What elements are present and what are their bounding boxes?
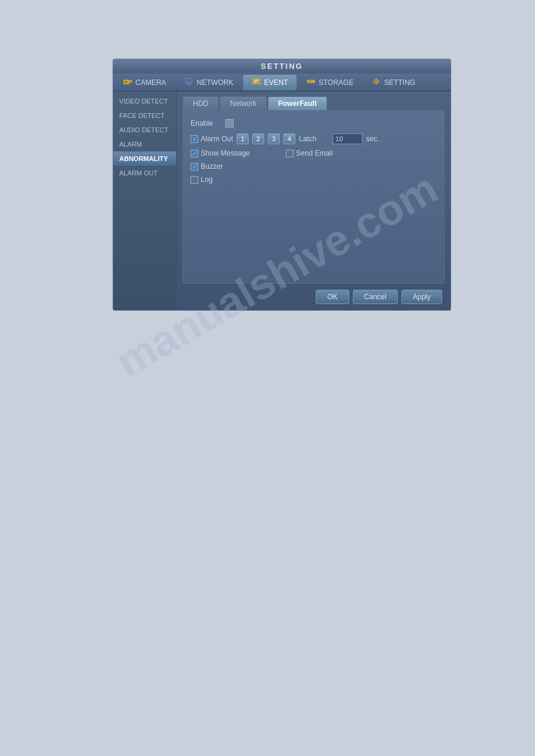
tab-event[interactable]: EVENT (243, 75, 297, 90)
network-icon (184, 78, 194, 87)
alarm-btn-4[interactable]: 4 (283, 133, 295, 144)
enable-checkbox[interactable] (225, 119, 234, 127)
tab-camera[interactable]: CAMERA (114, 75, 174, 90)
tab-network-label: NETWORK (197, 78, 233, 87)
tab-storage-label: STORAGE (319, 78, 353, 87)
sidebar-item-video-detect-label: VIDEO DETECT (119, 98, 168, 105)
log-label[interactable]: Log (191, 175, 250, 184)
buzzer-label[interactable]: Buzzer (191, 162, 250, 171)
buzzer-checkbox[interactable] (191, 163, 198, 171)
latch-input[interactable] (333, 133, 362, 144)
svg-rect-3 (186, 78, 192, 83)
setting-icon (371, 78, 381, 87)
sub-tab-content: Enable Alarm Out 1 2 (183, 110, 445, 284)
tab-storage[interactable]: STORAGE (298, 75, 362, 90)
sidebar: VIDEO DETECT FACE DETECT AUDIO DETECT AL… (113, 92, 177, 310)
buzzer-text: Buzzer (201, 162, 223, 171)
alarm-out-label: Alarm Out (201, 135, 233, 143)
dialog-titlebar: SETTING (113, 59, 451, 74)
sub-tab-powerfault[interactable]: PowerFault (268, 96, 327, 110)
alarm-btn-3[interactable]: 3 (268, 133, 280, 144)
sidebar-item-face-detect[interactable]: FACE DETECT (113, 108, 176, 123)
sub-tab-network[interactable]: Network (220, 96, 267, 110)
enable-label: Enable (191, 119, 220, 127)
show-message-label[interactable]: Show Message (191, 149, 250, 157)
enable-row: Enable (191, 119, 437, 127)
svg-point-2 (125, 81, 128, 83)
tab-event-label: EVENT (264, 78, 288, 87)
log-text: Log (201, 175, 213, 184)
alarm-out-section: Alarm Out 1 2 3 4 (191, 133, 437, 144)
apply-button[interactable]: Apply (401, 290, 442, 304)
alarm-out-checkbox[interactable] (191, 135, 198, 143)
send-email-checkbox[interactable] (286, 150, 294, 157)
sub-tab-hdd[interactable]: HDD (183, 96, 219, 110)
sub-tab-network-label: Network (230, 99, 256, 108)
checkboxes-section: Show Message Buzzer Log (191, 149, 437, 184)
sub-tabs: HDD Network PowerFault (177, 92, 451, 110)
sidebar-item-audio-detect[interactable]: AUDIO DETECT (113, 123, 176, 137)
show-message-checkbox[interactable] (191, 150, 198, 157)
sidebar-item-alarm[interactable]: ALARM (113, 137, 176, 151)
nav-tabs: CAMERA NETWORK (113, 74, 451, 92)
log-checkbox[interactable] (191, 176, 198, 184)
left-checkboxes: Show Message Buzzer Log (191, 149, 250, 184)
sidebar-item-abnormality-label: ABNORMALITY (119, 155, 168, 162)
sidebar-item-face-detect-label: FACE DETECT (119, 112, 165, 119)
panel: HDD Network PowerFault Enable (177, 92, 451, 310)
sidebar-item-video-detect[interactable]: VIDEO DETECT (113, 94, 176, 108)
svg-point-12 (376, 81, 377, 82)
tab-setting[interactable]: SETTING (363, 75, 424, 90)
sidebar-item-alarm-out[interactable]: ALARM OUT (113, 166, 176, 180)
send-email-label[interactable]: Send Email (286, 149, 333, 157)
show-message-text: Show Message (201, 149, 250, 157)
camera-icon (123, 78, 132, 87)
latch-label: Latch (299, 135, 329, 143)
dialog-body: CAMERA NETWORK (113, 74, 451, 311)
tab-camera-label: CAMERA (135, 78, 166, 87)
settings-dialog: SETTING CAMERA (113, 59, 451, 311)
right-checkboxes: Send Email (286, 149, 333, 184)
alarm-btn-1[interactable]: 1 (237, 133, 249, 144)
alarm-out-checkbox-label[interactable]: Alarm Out (191, 135, 233, 143)
sub-tab-powerfault-label: PowerFault (278, 99, 317, 108)
ok-button[interactable]: OK (316, 290, 349, 304)
sidebar-item-alarm-out-label: ALARM OUT (119, 169, 158, 177)
sidebar-item-abnormality[interactable]: ABNORMALITY (113, 151, 176, 166)
cancel-button[interactable]: Cancel (353, 290, 398, 304)
alarm-btn-2[interactable]: 2 (252, 133, 264, 144)
svg-rect-6 (252, 78, 261, 84)
sec-label: sec. (366, 135, 379, 143)
svg-marker-1 (129, 80, 132, 83)
storage-icon (306, 78, 316, 87)
sidebar-item-audio-detect-label: AUDIO DETECT (119, 126, 168, 133)
dialog-title: SETTING (261, 62, 303, 71)
svg-point-10 (313, 81, 314, 82)
main-content: VIDEO DETECT FACE DETECT AUDIO DETECT AL… (113, 92, 451, 310)
send-email-text: Send Email (296, 149, 333, 157)
tab-setting-label: SETTING (384, 78, 415, 87)
tab-network[interactable]: NETWORK (176, 75, 241, 90)
event-icon (252, 78, 261, 87)
sub-tab-hdd-label: HDD (193, 99, 208, 108)
dialog-footer: OK Cancel Apply (177, 284, 451, 310)
sidebar-item-alarm-label: ALARM (119, 141, 142, 148)
